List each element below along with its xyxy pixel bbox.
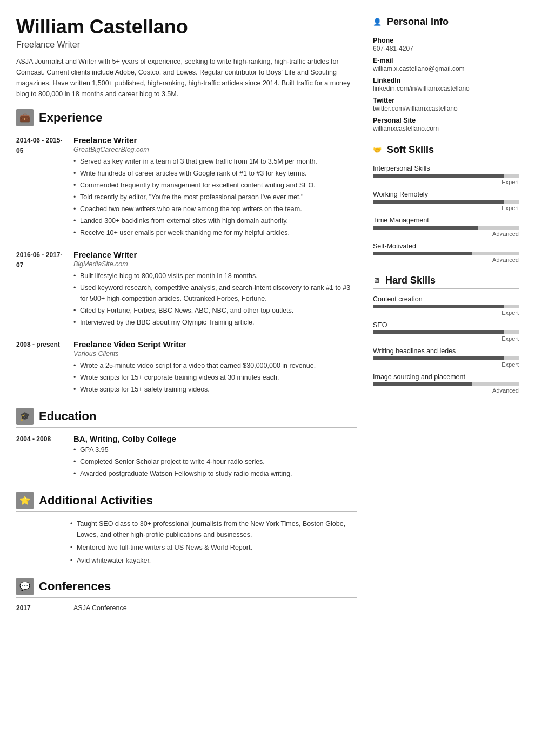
entry-content: Freelance Writer BigMediaSite.com Built … [73, 250, 357, 329]
list-item: Used keyword research, competitive analy… [73, 282, 357, 304]
hard-skills-section: 🖥 Hard Skills Content creation Expert SE… [373, 275, 519, 394]
skill-bar-fill [373, 174, 504, 178]
list-item: Interviewed by the BBC about my Olympic … [73, 317, 357, 328]
info-value: linkedin.com/in/williamxcastellano [373, 85, 519, 92]
entry-content: Freelance Writer GreatBigCareerBlog.com … [73, 136, 357, 239]
info-value: 607-481-4207 [373, 45, 519, 52]
conferences-entries: 2017 ASJA Conference [16, 604, 357, 612]
hard-skills-list: Content creation Expert SEO Expert Writi… [373, 295, 519, 394]
skill-entry: Time Management Advanced [373, 217, 519, 237]
list-item: Completed Senior Scholar project to writ… [73, 456, 357, 467]
skill-bar-fill [373, 305, 504, 308]
education-entry: 2004 - 2008 BA, Writing, Colby College G… [16, 434, 357, 480]
skill-level: Expert [373, 361, 519, 368]
skill-name: Image sourcing and placement [373, 373, 519, 381]
personal-info-header: 👤 Personal Info [373, 16, 519, 30]
personal-info-field: Twitter twitter.com/williamxcastellano [373, 97, 519, 112]
activities-section: ⭐ Additional Activities Taught SEO class… [16, 492, 357, 566]
list-item: Built lifestyle blog to 800,000 visits p… [73, 271, 357, 281]
experience-entry: 2014-06 - 2015-05 Freelance Writer Great… [16, 136, 357, 239]
skill-entry: Content creation Expert [373, 295, 519, 316]
personal-info-field: Phone 607-481-4207 [373, 37, 519, 52]
list-item: Receive 10+ user emails per week thankin… [73, 227, 357, 238]
entry-bullets: Served as key writer in a team of 3 that… [73, 156, 357, 238]
skill-name: SEO [373, 321, 519, 329]
list-item: Write hundreds of career articles with G… [73, 168, 357, 179]
entry-date: 2004 - 2008 [16, 434, 65, 480]
skill-bar-fill [373, 382, 472, 386]
conferences-icon: 💬 [16, 578, 34, 595]
skill-entry: Self-Motivated Advanced [373, 242, 519, 263]
resume-header: William Castellano Freelance Writer ASJA… [16, 16, 357, 99]
skill-bar-background [373, 252, 519, 255]
soft-skills-icon: 🤝 [373, 146, 382, 154]
skill-name: Self-Motivated [373, 242, 519, 250]
soft-skills-section: 🤝 Soft Skills Interpersonal Skills Exper… [373, 144, 519, 263]
entry-company: BigMediaSite.com [73, 260, 357, 268]
info-value: williamxcastellano.com [373, 125, 519, 132]
entry-company: Various Clients [73, 350, 357, 357]
experience-entry: 2016-06 - 2017-07 Freelance Writer BigMe… [16, 250, 357, 329]
entry-bullets: Built lifestyle blog to 800,000 visits p… [73, 271, 357, 328]
info-label: Personal Site [373, 117, 519, 124]
skill-bar-background [373, 226, 519, 230]
skill-level: Advanced [373, 387, 519, 394]
skill-entry: SEO Expert [373, 321, 519, 342]
list-item: Mentored two full-time writers at US New… [70, 542, 357, 553]
experience-header: 💼 Experience [16, 109, 357, 129]
entry-content: Freelance Video Script Writer Various Cl… [73, 340, 357, 396]
conference-name: ASJA Conference [73, 604, 127, 612]
list-item: Told recently by editor, "You're the mos… [73, 192, 357, 202]
activities-icon: ⭐ [16, 492, 34, 509]
experience-entries: 2014-06 - 2015-05 Freelance Writer Great… [16, 136, 357, 396]
entry-title: Freelance Video Script Writer [73, 340, 357, 349]
personal-info-field: Personal Site williamxcastellano.com [373, 117, 519, 132]
skill-bar-background [373, 382, 519, 386]
skill-name: Content creation [373, 295, 519, 303]
education-section: 🎓 Education 2004 - 2008 BA, Writing, Col… [16, 408, 357, 480]
skill-level: Expert [373, 309, 519, 316]
skill-level: Advanced [373, 256, 519, 263]
skill-name: Writing headlines and ledes [373, 347, 519, 355]
skill-level: Expert [373, 335, 519, 342]
left-column: William Castellano Freelance Writer ASJA… [16, 16, 357, 740]
candidate-name: William Castellano [16, 16, 357, 38]
skill-entry: Interpersonal Skills Expert [373, 165, 519, 185]
list-item: Awarded postgraduate Watson Fellowship t… [73, 468, 357, 479]
experience-section: 💼 Experience 2014-06 - 2015-05 Freelance… [16, 109, 357, 396]
list-item: Avid whitewater kayaker. [70, 555, 357, 566]
education-icon: 🎓 [16, 408, 34, 425]
info-value: william.x.castellano@gmail.com [373, 65, 519, 72]
skill-level: Expert [373, 179, 519, 185]
entry-company: GreatBigCareerBlog.com [73, 146, 357, 153]
skill-bar-fill [373, 330, 504, 334]
soft-skills-list: Interpersonal Skills Expert Working Remo… [373, 165, 519, 263]
list-item: Landed 300+ backlinks from external site… [73, 215, 357, 226]
conferences-section: 💬 Conferences 2017 ASJA Conference [16, 578, 357, 612]
entry-date: 2008 - present [16, 340, 65, 396]
education-entries: 2004 - 2008 BA, Writing, Colby College G… [16, 434, 357, 480]
soft-skills-header: 🤝 Soft Skills [373, 144, 519, 158]
entry-date: 2016-06 - 2017-07 [16, 250, 65, 329]
skill-bar-background [373, 330, 519, 334]
skill-name: Working Remotely [373, 191, 519, 198]
activities-title: Additional Activities [39, 494, 153, 508]
activities-list: Taught SEO class to 30+ professional jou… [70, 518, 357, 566]
skill-bar-fill [373, 252, 472, 255]
hard-skills-icon: 🖥 [373, 276, 380, 285]
skill-bar-background [373, 305, 519, 308]
info-value: twitter.com/williamxcastellano [373, 105, 519, 112]
conferences-title: Conferences [39, 579, 111, 593]
info-label: Phone [373, 37, 519, 44]
experience-icon: 💼 [16, 109, 34, 126]
conferences-header: 💬 Conferences [16, 578, 357, 598]
personal-info-field: E-mail william.x.castellano@gmail.com [373, 57, 519, 72]
skill-bar-background [373, 174, 519, 178]
list-item: Wrote a 25-minute video script for a vid… [73, 360, 357, 371]
entry-bullets: GPA 3.95Completed Senior Scholar project… [73, 444, 357, 479]
list-item: GPA 3.95 [73, 444, 357, 455]
skill-bar-background [373, 200, 519, 204]
candidate-summary: ASJA Journalist and Writer with 5+ years… [16, 56, 357, 99]
right-column: 👤 Personal Info Phone 607-481-4207 E-mai… [373, 16, 519, 740]
education-title: Education [39, 409, 96, 423]
